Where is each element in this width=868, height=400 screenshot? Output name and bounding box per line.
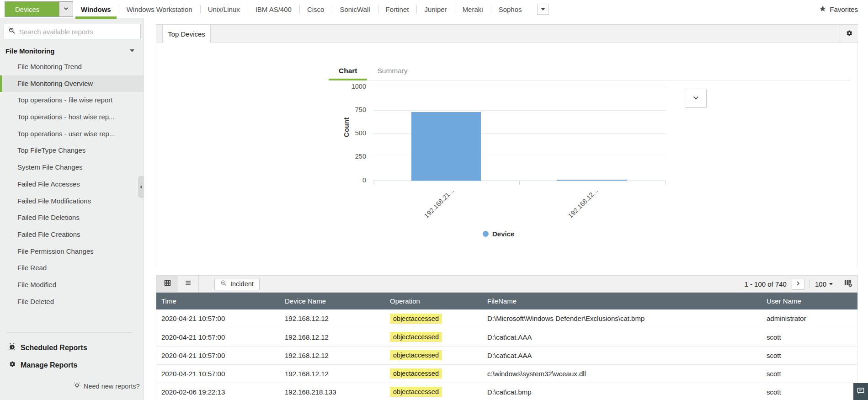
sidebar-collapse-handle[interactable] xyxy=(138,176,144,198)
sidebar-item-failed-file-accesses[interactable]: Failed File Accesses xyxy=(0,176,144,193)
panel-settings-button[interactable] xyxy=(840,25,858,43)
favorites-button[interactable]: Favorites xyxy=(819,0,858,18)
sidebar-item-file-permission-changes[interactable]: File Permission Changes xyxy=(0,243,144,260)
app-window: Devices Windows Windows Workstation Unix… xyxy=(0,0,868,400)
gridline xyxy=(373,87,666,87)
y-tick-250: 250 xyxy=(339,153,366,160)
tab-fortinet[interactable]: Fortinet xyxy=(378,0,417,18)
chat-icon xyxy=(857,387,865,397)
gear-icon xyxy=(8,360,16,370)
table-row[interactable]: 2020-04-21 10:57:00 192.168.12.12 object… xyxy=(156,346,857,364)
cell-filename: c:\windows\system32\wceaux.dll xyxy=(482,364,761,383)
cell-time: 2020-04-21 10:57:00 xyxy=(156,364,280,383)
scheduled-reports-button[interactable]: Scheduled Reports xyxy=(8,343,87,352)
x-label-device-2: 192.168.12... xyxy=(567,187,599,219)
manage-reports-button[interactable]: Manage Reports xyxy=(8,360,77,370)
add-column-button[interactable] xyxy=(843,279,852,289)
feedback-chat-button[interactable] xyxy=(853,383,868,400)
y-tick-1000: 1000 xyxy=(339,83,366,90)
report-list: File Monitoring Trend File Monitoring Ov… xyxy=(0,59,144,310)
table-header-row: Time Device Name Operation FileName User… xyxy=(156,293,857,309)
lightbulb-icon xyxy=(73,382,81,391)
chevron-left-icon xyxy=(140,185,142,189)
col-header-time: Time xyxy=(156,293,280,309)
sidebar-item-file-monitoring-overview[interactable]: File Monitoring Overview xyxy=(0,75,144,92)
cell-operation: objectaccessed xyxy=(385,328,482,346)
cell-user: scott xyxy=(761,346,857,364)
events-table: Time Device Name Operation FileName User… xyxy=(156,293,857,400)
tab-juniper[interactable]: Juniper xyxy=(416,0,454,18)
tab-windows-workstation[interactable]: Windows Workstation xyxy=(119,0,200,18)
cell-device: 192.168.12.12 xyxy=(280,328,385,346)
cell-filename: D:\Microsoft\Windows Defender\Exclusions… xyxy=(482,309,761,328)
cell-time: 2020-04-21 10:57:00 xyxy=(156,309,280,328)
collapse-icon xyxy=(130,49,134,52)
sidebar-item-file-monitoring-trend[interactable]: File Monitoring Trend xyxy=(0,59,144,75)
tabs-overflow-button[interactable] xyxy=(537,4,549,15)
tab-sophos[interactable]: Sophos xyxy=(491,0,530,18)
sidebar-item-failed-file-creations[interactable]: Failed File Creations xyxy=(0,226,144,243)
tab-windows[interactable]: Windows xyxy=(73,0,119,18)
cell-operation: objectaccessed xyxy=(385,364,482,383)
legend-label: Device xyxy=(492,230,514,238)
col-header-filename: FileName xyxy=(482,293,761,309)
toolbar-separator xyxy=(838,279,838,288)
tab-sonicwall[interactable]: SonicWall xyxy=(332,0,378,18)
legend-device[interactable]: Device xyxy=(483,230,514,238)
report-search[interactable] xyxy=(4,24,141,39)
sidebar-item-top-filetype-changes[interactable]: Top FileType Changes xyxy=(0,142,144,159)
cell-device: 192.168.218.133 xyxy=(280,383,385,400)
sidebar-item-top-operations-host[interactable]: Top operations - host wise rep... xyxy=(0,109,144,126)
list-view-button[interactable] xyxy=(178,276,199,292)
tab-cisco[interactable]: Cisco xyxy=(299,0,332,18)
caret-down-icon xyxy=(829,283,833,285)
list-view-icon xyxy=(184,279,192,288)
x-axis-tick xyxy=(373,181,373,185)
results-table-card: Incident 1 - 100 of 740 100 xyxy=(156,275,858,400)
tab-meraki[interactable]: Meraki xyxy=(455,0,491,18)
sidebar-item-top-operations-file[interactable]: Top operations - file wise report xyxy=(0,92,144,109)
pagination-range: 1 - 100 of 740 xyxy=(744,280,787,288)
sidebar-item-file-read[interactable]: File Read xyxy=(0,260,144,277)
tab-ibm-as400[interactable]: IBM AS/400 xyxy=(248,0,299,18)
devices-dropdown[interactable]: Devices xyxy=(5,1,73,17)
sidebar-item-file-modified[interactable]: File Modified xyxy=(0,277,144,293)
sidebar-item-top-operations-user[interactable]: Top operations - user wise rep... xyxy=(0,126,144,143)
scheduled-reports-label: Scheduled Reports xyxy=(21,344,87,352)
sidebar-item-failed-file-deletions[interactable]: Failed File Deletions xyxy=(0,209,144,226)
table-row[interactable]: 2020-02-06 19:22:13 192.168.218.133 obje… xyxy=(156,383,857,400)
need-new-reports-label: Need new reports? xyxy=(84,383,140,390)
table-row[interactable]: 2020-04-21 10:57:00 192.168.12.12 object… xyxy=(156,364,857,383)
panel-tab-strip: Top Devices xyxy=(156,24,858,43)
next-page-button[interactable] xyxy=(792,278,804,290)
cell-time: 2020-04-21 10:57:00 xyxy=(156,328,280,346)
bar-device-1 xyxy=(411,112,481,181)
page-size-dropdown[interactable]: 100 xyxy=(815,280,833,288)
sidebar-item-failed-file-modifications[interactable]: Failed File Modifications xyxy=(0,193,144,210)
tab-summary[interactable]: Summary xyxy=(367,63,417,80)
cell-filename: D:\cat\cat.bmp xyxy=(482,383,761,400)
incident-button[interactable]: Incident xyxy=(214,278,260,290)
section-file-monitoring[interactable]: File Monitoring xyxy=(0,45,144,57)
cell-filename: D:\cat\cat.AAA xyxy=(482,346,761,364)
page-size-value: 100 xyxy=(815,280,826,288)
chevron-down-icon xyxy=(692,94,700,103)
cell-time: 2020-02-06 19:22:13 xyxy=(156,383,280,400)
operation-badge: objectaccessed xyxy=(390,368,442,379)
tab-unix-linux[interactable]: Unix/Linux xyxy=(200,0,248,18)
operation-badge: objectaccessed xyxy=(390,387,442,397)
tab-top-devices[interactable]: Top Devices xyxy=(162,25,211,43)
sidebar-item-file-deleted[interactable]: File Deleted xyxy=(0,293,144,310)
devices-dropdown-caret[interactable] xyxy=(59,2,73,16)
sidebar-item-system-file-changes[interactable]: System File Changes xyxy=(0,159,144,176)
devices-dropdown-label[interactable]: Devices xyxy=(5,2,59,16)
need-new-reports-link[interactable]: Need new reports? xyxy=(73,382,140,391)
chart-options-button[interactable] xyxy=(685,89,707,108)
table-row[interactable]: 2020-04-21 10:57:00 192.168.12.12 object… xyxy=(156,328,857,346)
grid-view-button[interactable] xyxy=(157,276,178,292)
cell-device: 192.168.12.12 xyxy=(280,309,385,328)
table-row[interactable]: 2020-04-21 10:57:00 192.168.12.12 object… xyxy=(156,309,857,328)
tab-chart[interactable]: Chart xyxy=(329,63,367,80)
operation-badge: objectaccessed xyxy=(390,332,442,342)
search-input[interactable] xyxy=(19,28,136,36)
